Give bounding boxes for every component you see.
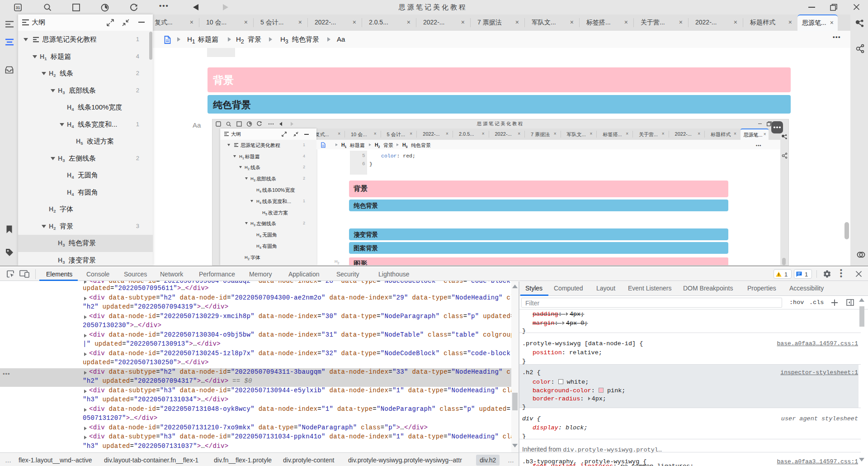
svg-text:31: 31 bbox=[16, 5, 20, 10]
